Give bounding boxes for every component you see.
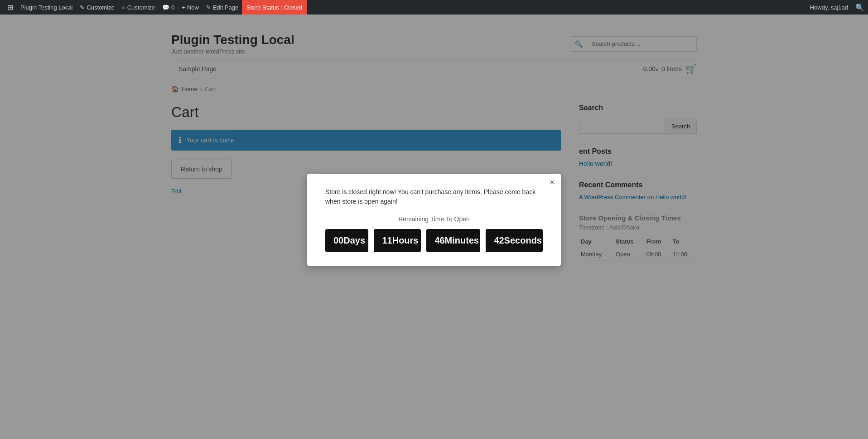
plus-icon: + — [182, 4, 185, 11]
customize-icon: ✎ — [80, 4, 85, 11]
adminbar-drafts[interactable]: ○ Customize — [118, 0, 159, 15]
adminbar-customize-label: Customize — [87, 4, 114, 11]
modal-box: × Store is closed right now! You can't p… — [307, 174, 561, 266]
adminbar-comments-count: 0 — [171, 4, 174, 11]
adminbar-comments[interactable]: 💬 0 — [159, 0, 178, 15]
adminbar-store-status-label: Store Status : Closed — [246, 4, 302, 11]
admin-bar: ⊞ Plugin Testing Local ✎ Customize ○ Cus… — [0, 0, 868, 15]
draft-icon: ○ — [122, 4, 125, 11]
modal-close-button[interactable]: × — [550, 178, 555, 186]
adminbar-new-label: New — [187, 4, 199, 11]
edit-icon: ✎ — [206, 4, 211, 11]
adminbar-howdy: Howdy, saj1ad — [810, 4, 848, 11]
adminbar-new[interactable]: + New — [178, 0, 203, 15]
countdown-hours: 11Hours — [374, 229, 421, 252]
adminbar-drafts-count: Customize — [127, 4, 155, 11]
adminbar-wp-logo[interactable]: ⊞ — [4, 0, 17, 15]
modal-overlay[interactable]: × Store is closed right now! You can't p… — [0, 0, 868, 274]
adminbar-site-name-label: Plugin Testing Local — [20, 4, 72, 11]
wp-icon: ⊞ — [7, 3, 13, 12]
countdown-days: 00Days — [325, 229, 368, 252]
adminbar-customize[interactable]: ✎ Customize — [76, 0, 118, 15]
adminbar-edit-page[interactable]: ✎ Edit Page — [203, 0, 242, 15]
countdown-seconds: 42Seconds — [486, 229, 543, 252]
modal-message: Store is closed right now! You can't pur… — [325, 187, 543, 206]
adminbar-search-icon[interactable]: 🔍 — [855, 3, 864, 12]
adminbar-store-status[interactable]: Store Status : Closed — [242, 0, 307, 15]
countdown-boxes: 00Days 11Hours 46Minutes 42Seconds — [325, 229, 543, 252]
adminbar-site-name[interactable]: Plugin Testing Local — [17, 0, 76, 15]
adminbar-edit-page-label: Edit Page — [213, 4, 238, 11]
comment-icon: 💬 — [162, 4, 169, 11]
countdown-minutes: 46Minutes — [426, 229, 480, 252]
modal-remaining-label: Remaining Time To Open — [325, 215, 543, 223]
